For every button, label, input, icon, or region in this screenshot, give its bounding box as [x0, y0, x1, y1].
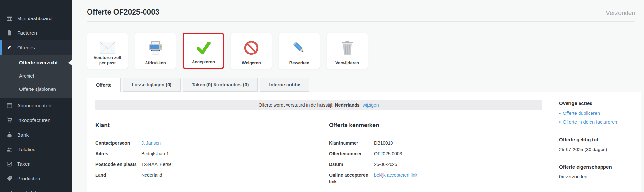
- offerte-in-delen-factureren-link[interactable]: •Offerte in delen factureren: [559, 118, 636, 126]
- sidebar-item-statistieken[interactable]: Statistieken: [0, 186, 72, 192]
- offertenummer-row: Offertenummer OF2025-0003: [329, 150, 542, 157]
- action-buttons-row: Versturen zelf per post Afdrukken Accept…: [87, 33, 644, 69]
- offertes-submenu: Offerte overzicht Archief Offerte sjablo…: [0, 55, 72, 98]
- adres-row: Adres Bedrijfslaan 1: [95, 150, 314, 157]
- bekijk-accepteren-link[interactable]: bekijk accepteren link: [374, 172, 417, 178]
- wijzigen-link[interactable]: wijzigen: [363, 102, 379, 108]
- sidebar-item-dashboard[interactable]: Mijn dashboard: [0, 11, 72, 26]
- sidebar-item-bank[interactable]: Bank: [0, 127, 72, 142]
- contactpersoon-link[interactable]: J. Jansen: [141, 140, 161, 146]
- sidebar-item-abonnementen[interactable]: Abonnementen: [0, 98, 72, 113]
- envelope-icon: [87, 37, 128, 58]
- tab-content-card: Offerte wordt verstuurd in de huisstijl:…: [87, 92, 641, 192]
- tab-taken-interacties[interactable]: Taken (0) & interacties (0): [183, 78, 258, 92]
- sidebar-item-facturen[interactable]: Facturen: [0, 26, 72, 40]
- afdrukken-button[interactable]: Afdrukken: [135, 33, 176, 69]
- side-panel: Overige acties •Offerte dupliceren •Offe…: [550, 92, 641, 192]
- notice-text: Offerte wordt verstuurd in de huisstijl:: [259, 102, 334, 108]
- tab-bar: Offerte Losse bijlagen (0) Taken (0) & i…: [87, 78, 644, 92]
- sidebar-item-taken[interactable]: Taken: [0, 157, 72, 171]
- quote-pencil-icon: [7, 45, 12, 50]
- eigenschappen-block: Offerte eigenschappen 0x verzonden: [559, 164, 636, 181]
- checkbox-icon: [7, 161, 12, 167]
- sidebar-item-offertes[interactable]: Offertes: [0, 40, 72, 55]
- geldig-tot-heading: Offerte geldig tot: [559, 137, 636, 142]
- geldig-tot-block: Offerte geldig tot 25-07-2025 (30 dagen): [559, 137, 636, 154]
- land-row: Land Nederland: [95, 172, 314, 178]
- eigenschappen-heading: Offerte eigenschappen: [559, 164, 636, 170]
- status-badge: Verzonden: [606, 9, 635, 17]
- sidebar-item-producten[interactable]: Producten: [0, 171, 72, 186]
- online-accepteren-row: Online accepteren link bekijk accepteren…: [329, 172, 542, 185]
- geldig-tot-value: 25-07-2025 (30 dagen): [559, 145, 636, 154]
- contactpersoon-row: Contactpersoon J. Jansen: [95, 140, 314, 146]
- sidebar-item-label: Bank: [17, 132, 29, 138]
- sidebar: Mijn dashboard Facturen Offertes Offerte…: [0, 0, 72, 192]
- kenmerken-heading: Offerte kenmerken: [329, 122, 542, 129]
- klant-heading: Klant: [95, 122, 314, 129]
- tab-interne-notitie[interactable]: Interne notitie: [260, 78, 309, 92]
- offerte-details: Offerte wordt verstuurd in de huisstijl:…: [87, 92, 550, 192]
- sidebar-item-label: Offertes: [17, 45, 35, 51]
- bewerken-button[interactable]: Bewerken: [279, 33, 320, 69]
- accepteren-button[interactable]: Accepteren: [183, 33, 224, 69]
- notice-language: Nederlands: [335, 102, 359, 108]
- header-divider: [87, 21, 635, 22]
- sidebar-item-label: Inkoopfacturen: [17, 117, 51, 123]
- sidebar-item-label: Abonnementen: [17, 103, 51, 109]
- section-divider: [329, 134, 542, 134]
- postcode-row: Postcode en plaats 1234AA Eersel: [95, 161, 314, 168]
- sidebar-subitem-offerte-sjablonen[interactable]: Offerte sjablonen: [0, 82, 72, 96]
- sidebar-item-label: Statistieken: [17, 190, 43, 192]
- prohibition-icon: [231, 37, 272, 58]
- pencil-icon: [279, 37, 320, 58]
- printer-icon: [135, 37, 176, 58]
- kenmerken-section: Offerte kenmerken Klantnummer DB10010 Of…: [329, 122, 542, 189]
- tab-losse-bijlagen[interactable]: Losse bijlagen (0): [123, 78, 181, 92]
- sidebar-item-label: Taken: [17, 161, 30, 167]
- weigeren-button[interactable]: Weigeren: [231, 33, 272, 69]
- people-icon: [7, 147, 12, 152]
- calendar-icon: [7, 103, 12, 108]
- sidebar-item-label: Mijn dashboard: [17, 16, 52, 21]
- page-title: Offerte OF2025-0003: [87, 8, 159, 17]
- huisstijl-notice: Offerte wordt verstuurd in de huisstijl:…: [95, 100, 542, 110]
- sidebar-item-label: Relaties: [17, 147, 35, 152]
- sidebar-subitem-archief[interactable]: Archief: [0, 69, 72, 82]
- dashboard-icon: [7, 16, 12, 21]
- trash-icon: [327, 37, 368, 58]
- sidebar-item-inkoopfacturen[interactable]: Inkoopfacturen: [0, 113, 72, 127]
- offerte-dupliceren-link[interactable]: •Offerte dupliceren: [559, 109, 636, 118]
- tab-offerte[interactable]: Offerte: [87, 78, 121, 92]
- tag-icon: [7, 176, 12, 181]
- cart-icon: [7, 117, 12, 123]
- sidebar-item-label: Producten: [17, 176, 40, 182]
- main-content: Offerte OF2025-0003 Verzonden Versturen …: [72, 0, 644, 192]
- money-bag-icon: [7, 132, 12, 138]
- versturen-zelf-per-post-button[interactable]: Versturen zelf per post: [87, 33, 128, 69]
- bar-chart-icon: [7, 190, 12, 192]
- verwijderen-button[interactable]: Verwijderen: [327, 33, 368, 69]
- klant-section: Klant Contactpersoon J. Jansen Adres Bed…: [95, 122, 314, 189]
- overige-acties-heading: Overige acties: [559, 101, 636, 106]
- section-divider: [95, 134, 314, 134]
- sidebar-item-relaties[interactable]: Relaties: [0, 142, 72, 157]
- sidebar-subitem-offerte-overzicht[interactable]: Offerte overzicht: [0, 56, 72, 69]
- datum-row: Datum 25-06-2025: [329, 161, 542, 168]
- verzonden-count: 0x verzonden: [559, 173, 636, 181]
- green-check-icon: [184, 37, 223, 58]
- klantnummer-row: Klantnummer DB10010: [329, 140, 542, 146]
- sidebar-item-label: Facturen: [17, 30, 37, 36]
- invoice-icon: [7, 30, 12, 36]
